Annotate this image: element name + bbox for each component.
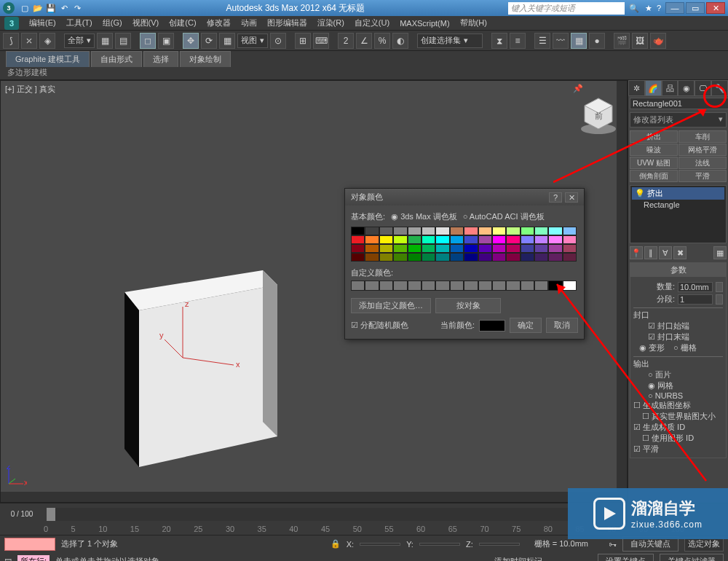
color-swatch[interactable] [351, 227, 365, 235]
color-swatch[interactable] [365, 227, 379, 235]
random-check[interactable]: 分配随机颜色 [351, 320, 408, 331]
mod-meshsmooth[interactable]: 网格平滑 [678, 144, 727, 156]
minimize-button[interactable]: — [665, 2, 684, 14]
bind-icon[interactable]: ◈ [39, 33, 55, 49]
pin-stack-icon[interactable]: 📍 [630, 246, 643, 259]
color-swatch[interactable] [534, 253, 548, 262]
color-swatch[interactable] [563, 253, 577, 262]
color-swatch[interactable] [365, 244, 379, 253]
qat-open-icon[interactable]: 📂 [32, 2, 44, 14]
color-swatch[interactable] [521, 227, 534, 235]
align-icon[interactable]: ≡ [510, 33, 526, 49]
color-swatch[interactable] [563, 235, 577, 244]
dialog-help-button[interactable]: ? [549, 192, 562, 203]
cap-end-check[interactable]: 封口末端 [633, 332, 723, 342]
menu-help[interactable]: 帮助(H) [460, 17, 487, 28]
ref-coord[interactable]: 视图 ▾ [237, 34, 268, 48]
menu-customize[interactable]: 自定义(U) [355, 17, 389, 28]
qat-redo-icon[interactable]: ↷ [71, 2, 83, 14]
snap-pct-icon[interactable]: % [374, 33, 390, 49]
genmat-check[interactable]: 生成材质 ID [633, 422, 723, 433]
anim-range-bar[interactable] [4, 538, 55, 551]
tab-graphite[interactable]: Graphite 建模工具 [6, 51, 90, 67]
lock-icon[interactable]: 🔒 [331, 539, 341, 549]
layers-icon[interactable]: ☰ [534, 33, 550, 49]
select-name-icon[interactable]: ▤ [115, 33, 131, 49]
named-sel-set[interactable]: 创建选择集 ▾ [417, 34, 483, 48]
show-end-icon[interactable]: ∥ [644, 246, 657, 259]
search-icon[interactable]: 🔍 [629, 4, 639, 13]
stack-item-rectangle[interactable]: Rectangle [632, 200, 724, 210]
color-swatch[interactable] [393, 235, 407, 244]
qat-save-icon[interactable]: 💾 [45, 2, 57, 14]
color-swatch[interactable] [548, 253, 562, 262]
color-swatch[interactable] [478, 227, 492, 235]
color-swatch[interactable] [534, 227, 548, 235]
link-icon[interactable]: ⟆ [3, 33, 19, 49]
menu-create[interactable]: 创建(C) [169, 17, 196, 28]
rollout-header[interactable]: 参数 [630, 263, 726, 277]
cancel-button[interactable]: 取消 [546, 318, 578, 333]
tab-motion-icon[interactable]: ◉ [678, 80, 695, 96]
color-swatch[interactable] [393, 253, 407, 262]
render-frame-icon[interactable]: 🖼 [632, 33, 648, 49]
pivot-icon[interactable]: ⊙ [270, 33, 286, 49]
color-swatch[interactable] [492, 253, 506, 262]
color-swatch[interactable] [408, 235, 422, 244]
color-swatch[interactable] [422, 244, 435, 253]
menu-animation[interactable]: 动画 [241, 17, 257, 28]
morph-radio[interactable]: 变形 [639, 342, 665, 353]
by-object-button[interactable]: 按对象 [435, 298, 501, 313]
object-name-input[interactable] [630, 98, 728, 109]
keyboard-icon[interactable]: ⌨ [313, 33, 329, 49]
menu-edit[interactable]: 编辑(E) [29, 17, 56, 28]
color-swatch[interactable] [478, 235, 492, 244]
color-swatch[interactable] [422, 227, 435, 235]
viewport-label[interactable]: [+] 正交 ] 真实 [5, 84, 55, 95]
segs-spinner[interactable] [716, 294, 723, 305]
configure-icon[interactable]: ▦ [713, 246, 727, 259]
spinner-snap-icon[interactable]: ◐ [392, 33, 408, 49]
color-swatch[interactable] [450, 253, 464, 262]
color-swatch[interactable] [379, 227, 393, 235]
color-swatch[interactable] [435, 244, 449, 253]
tab-hierarchy-icon[interactable]: 品 [662, 80, 678, 96]
modifier-list-dropdown[interactable]: 修改器列表▾ [630, 112, 727, 128]
tab-modify-icon[interactable]: 🌈 [645, 80, 662, 96]
app-menu-icon[interactable]: 3 [4, 17, 19, 30]
color-swatch[interactable] [478, 244, 492, 253]
select-rect-icon[interactable]: ◻ [140, 33, 156, 49]
help-icon[interactable]: ? [657, 4, 661, 12]
color-swatch[interactable] [365, 235, 379, 244]
qat-undo-icon[interactable]: ↶ [58, 2, 70, 14]
curve-editor-icon[interactable]: 〰 [553, 33, 569, 49]
dialog-close-button[interactable]: ✕ [565, 192, 578, 203]
mod-bevelprofile[interactable]: 倒角剖面 [630, 170, 678, 182]
menu-graph[interactable]: 图形编辑器 [267, 17, 307, 28]
color-swatch[interactable] [521, 235, 534, 244]
keyfilter-button[interactable]: 关键点过滤器 [660, 554, 724, 562]
mod-extrude[interactable]: 挤出 [630, 130, 678, 143]
maximize-button[interactable]: ▭ [686, 2, 705, 14]
color-swatch[interactable] [534, 244, 548, 253]
rotate-icon[interactable]: ⟳ [201, 33, 217, 49]
unlink-icon[interactable]: ⤫ [21, 33, 37, 49]
pal-aci-radio[interactable]: AutoCAD ACI 调色板 [463, 211, 545, 222]
segs-input[interactable]: 1 [678, 294, 713, 305]
color-swatch[interactable] [365, 253, 379, 262]
manip-icon[interactable]: ⊞ [295, 33, 311, 49]
select-icon[interactable]: ▦ [97, 33, 113, 49]
color-swatch[interactable] [464, 227, 478, 235]
color-swatch[interactable] [506, 227, 520, 235]
render-setup-icon[interactable]: 🎬 [614, 33, 630, 49]
custom-swatch[interactable] [351, 280, 365, 291]
mesh-radio[interactable]: 网格 [633, 380, 723, 391]
tab-utilities-icon[interactable]: 🔧 [711, 80, 728, 96]
color-swatch[interactable] [379, 244, 393, 253]
selection-filter[interactable]: 全部 ▾ [64, 34, 95, 48]
amount-input[interactable]: 10.0mm [678, 282, 713, 292]
color-swatch[interactable] [563, 227, 577, 235]
color-swatch[interactable] [435, 253, 449, 262]
remove-mod-icon[interactable]: ✖ [673, 246, 687, 259]
color-swatch[interactable] [548, 244, 562, 253]
